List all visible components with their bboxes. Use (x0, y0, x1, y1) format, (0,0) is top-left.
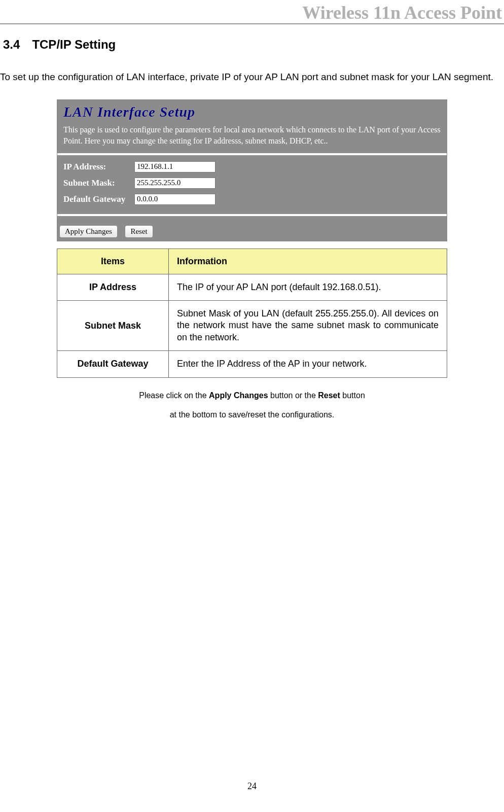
screenshot-header: LAN Interface Setup This page is used to… (57, 100, 447, 153)
table-info: Subnet Mask of you LAN (default 255.255.… (169, 301, 447, 351)
table-item: Subnet Mask (57, 301, 169, 351)
note-part: button (340, 391, 365, 400)
default-gateway-row: Default Gateway (63, 194, 441, 205)
screenshot-title: LAN Interface Setup (63, 104, 441, 120)
table-item: IP Address (57, 274, 169, 300)
subnet-mask-row: Subnet Mask: (63, 178, 441, 189)
ip-address-row: IP Address: (63, 161, 441, 172)
table-header-items: Items (57, 249, 169, 274)
table-item: Default Gateway (57, 351, 169, 377)
apply-changes-button[interactable]: Apply Changes (59, 225, 118, 238)
subnet-mask-label: Subnet Mask: (63, 178, 134, 188)
section-intro: To set up the configuration of LAN inter… (0, 67, 503, 87)
ip-address-input[interactable] (134, 161, 215, 172)
default-gateway-label: Default Gateway (63, 194, 134, 204)
page-header: Wireless 11n Access Point (0, 0, 504, 24)
note-part: Please click on the (139, 391, 209, 400)
section-heading: 3.4TCP/IP Setting (3, 38, 504, 52)
reset-button[interactable]: Reset (125, 225, 153, 238)
table-info: Enter the IP Address of the AP in your n… (169, 351, 447, 377)
ip-address-label: IP Address: (63, 162, 134, 172)
info-table: Items Information IP Address The IP of y… (57, 249, 447, 378)
note-text: Please click on the Apply Changes button… (0, 386, 504, 425)
content-area: 3.4TCP/IP Setting To set up the configur… (0, 24, 504, 425)
lan-setup-screenshot: LAN Interface Setup This page is used to… (57, 99, 447, 241)
table-header-info: Information (169, 249, 447, 274)
note-line2: at the bottom to save/reset the configur… (170, 410, 335, 419)
section-title: TCP/IP Setting (32, 38, 116, 51)
default-gateway-input[interactable] (134, 194, 215, 205)
section-number: 3.4 (3, 38, 20, 51)
table-row: IP Address The IP of your AP LAN port (d… (57, 274, 447, 300)
note-bold-apply: Apply Changes (209, 391, 268, 400)
table-row: Default Gateway Enter the IP Address of … (57, 351, 447, 377)
screenshot-button-row: Apply Changes Reset (57, 216, 447, 241)
subnet-mask-input[interactable] (134, 178, 215, 189)
note-bold-reset: Reset (318, 391, 340, 400)
screenshot-form: IP Address: Subnet Mask: Default Gateway (57, 155, 447, 214)
page-number: 24 (0, 781, 504, 792)
header-title: Wireless 11n Access Point (0, 2, 504, 23)
table-header-row: Items Information (57, 249, 447, 274)
screenshot-description: This page is used to configure the param… (63, 124, 441, 147)
note-part: button or the (268, 391, 318, 400)
table-row: Subnet Mask Subnet Mask of you LAN (defa… (57, 301, 447, 351)
table-info: The IP of your AP LAN port (default 192.… (169, 274, 447, 300)
